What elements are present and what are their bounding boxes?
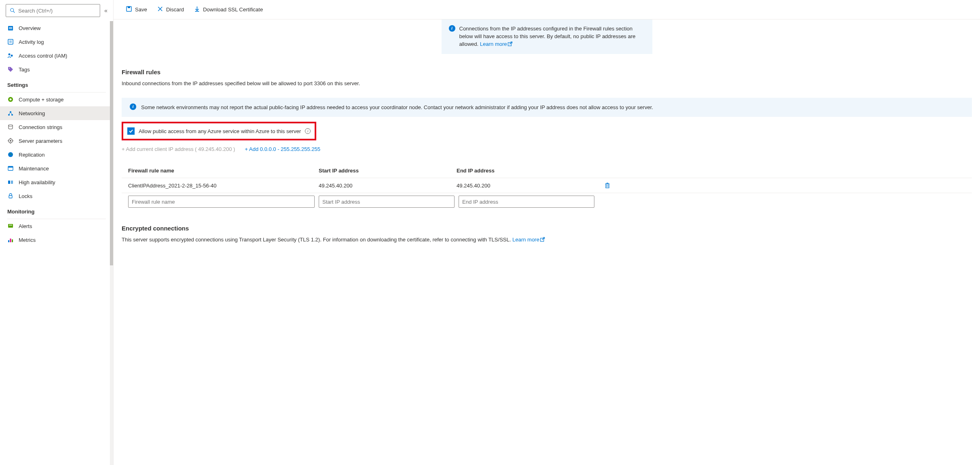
svg-rect-28 bbox=[8, 181, 10, 184]
gear-icon bbox=[7, 138, 14, 144]
sidebar-item-alerts[interactable]: Alerts bbox=[0, 219, 113, 233]
sidebar-item-server-parameters[interactable]: Server parameters bbox=[0, 134, 113, 148]
svg-point-20 bbox=[10, 140, 11, 142]
sidebar-item-label: Access control (IAM) bbox=[19, 53, 67, 59]
end-ip-input[interactable] bbox=[459, 196, 594, 208]
sidebar-item-label: Metrics bbox=[19, 237, 36, 243]
firewall-rules-title: Firewall rules bbox=[122, 69, 972, 75]
svg-rect-4 bbox=[9, 28, 12, 29]
svg-line-17 bbox=[11, 112, 12, 115]
add-current-ip-button[interactable]: + Add current client IP address ( 49.245… bbox=[122, 146, 235, 152]
svg-point-8 bbox=[9, 54, 11, 56]
col-rule-name: Firewall rule name bbox=[128, 168, 319, 174]
allow-azure-checkbox[interactable] bbox=[127, 127, 135, 135]
main-content: Save Discard Download SSL Certificate i … bbox=[114, 0, 980, 465]
svg-rect-29 bbox=[11, 181, 13, 184]
sidebar-item-overview[interactable]: Overview bbox=[0, 21, 113, 35]
metrics-icon bbox=[7, 237, 14, 243]
sidebar-nav: Overview Activity log Access control (IA… bbox=[0, 21, 113, 465]
delete-rule-button[interactable] bbox=[604, 182, 611, 189]
svg-rect-37 bbox=[128, 6, 130, 8]
svg-line-1 bbox=[13, 11, 15, 13]
collapse-sidebar-button[interactable]: « bbox=[104, 7, 107, 14]
close-icon bbox=[157, 6, 163, 13]
connection-strings-icon bbox=[7, 124, 14, 130]
sidebar-item-locks[interactable]: Locks bbox=[0, 189, 113, 203]
sidebar-item-maintenance[interactable]: Maintenance bbox=[0, 161, 113, 175]
search-icon bbox=[9, 7, 16, 14]
sidebar-item-compute-storage[interactable]: Compute + storage bbox=[0, 93, 113, 106]
table-row: ClientIPAddress_2021-2-28_15-56-40 49.24… bbox=[122, 178, 972, 193]
download-ssl-button[interactable]: Download SSL Certificate bbox=[190, 3, 267, 16]
discard-label: Discard bbox=[166, 6, 184, 13]
col-end-ip: End IP address bbox=[457, 168, 594, 174]
sidebar-item-high-availability[interactable]: High availability bbox=[0, 175, 113, 189]
svg-rect-34 bbox=[10, 239, 11, 242]
cell-start-ip: 49.245.40.200 bbox=[319, 183, 457, 189]
overview-icon bbox=[7, 25, 14, 31]
sidebar-item-label: Connection strings bbox=[19, 124, 62, 130]
download-label: Download SSL Certificate bbox=[203, 6, 263, 13]
external-link-icon bbox=[540, 237, 545, 242]
lock-icon bbox=[7, 193, 14, 199]
external-link-icon bbox=[508, 41, 513, 46]
content-area: i Connections from the IP addresses conf… bbox=[114, 19, 980, 465]
table-input-row bbox=[122, 193, 972, 210]
start-ip-input[interactable] bbox=[319, 196, 455, 208]
banner-text: Some network environments may not report… bbox=[141, 103, 653, 112]
download-icon bbox=[194, 6, 200, 13]
allow-azure-highlight: Allow public access from any Azure servi… bbox=[122, 122, 316, 140]
sidebar-item-access-control[interactable]: Access control (IAM) bbox=[0, 49, 113, 62]
maintenance-icon bbox=[7, 165, 14, 172]
networking-icon bbox=[7, 110, 14, 116]
svg-point-18 bbox=[9, 125, 13, 126]
cell-rule-name: ClientIPAddress_2021-2-28_15-56-40 bbox=[128, 183, 319, 189]
rule-name-input[interactable] bbox=[128, 196, 315, 208]
sidebar-item-tags[interactable]: Tags bbox=[0, 62, 113, 76]
sidebar-item-activity-log[interactable]: Activity log bbox=[0, 35, 113, 49]
toolbar: Save Discard Download SSL Certificate bbox=[114, 0, 980, 19]
sidebar-item-connection-strings[interactable]: Connection strings bbox=[0, 120, 113, 134]
cell-end-ip: 49.245.40.200 bbox=[457, 183, 594, 189]
access-control-icon bbox=[7, 52, 14, 59]
allow-azure-label: Allow public access from any Azure servi… bbox=[139, 128, 301, 134]
svg-rect-30 bbox=[9, 196, 12, 198]
learn-more-tls-link[interactable]: Learn more bbox=[513, 237, 545, 243]
sidebar-item-label: Compute + storage bbox=[19, 97, 64, 103]
activity-log-icon bbox=[7, 39, 14, 45]
sidebar-item-label: Activity log bbox=[19, 39, 44, 45]
save-button[interactable]: Save bbox=[122, 3, 151, 16]
svg-point-10 bbox=[9, 68, 10, 69]
svg-point-0 bbox=[11, 9, 14, 12]
svg-rect-31 bbox=[8, 224, 13, 228]
encrypted-connections-title: Encrypted connections bbox=[122, 225, 972, 232]
search-input[interactable] bbox=[18, 8, 96, 14]
sidebar-item-label: Alerts bbox=[19, 223, 32, 229]
sidebar-section-monitoring: Monitoring bbox=[0, 203, 113, 217]
svg-rect-5 bbox=[8, 39, 13, 44]
col-start-ip: Start IP address bbox=[319, 168, 457, 174]
svg-line-16 bbox=[9, 112, 11, 115]
search-box[interactable] bbox=[6, 4, 100, 17]
info-tooltip-icon[interactable]: i bbox=[305, 128, 311, 134]
discard-button[interactable]: Discard bbox=[153, 3, 188, 16]
scrollbar-thumb[interactable] bbox=[110, 21, 113, 265]
firewall-rules-desc: Inbound connections from the IP addresse… bbox=[122, 80, 972, 86]
sidebar-item-networking[interactable]: Networking bbox=[0, 106, 113, 120]
svg-rect-2 bbox=[8, 26, 13, 30]
sidebar-item-metrics[interactable]: Metrics bbox=[0, 233, 113, 247]
learn-more-link[interactable]: Learn more bbox=[480, 41, 513, 47]
svg-line-43 bbox=[510, 42, 512, 44]
sidebar-item-label: Networking bbox=[19, 110, 45, 116]
allow-azure-checkbox-row: Allow public access from any Azure servi… bbox=[127, 127, 311, 135]
banner-text: Connections from the IP addresses config… bbox=[459, 25, 645, 48]
info-icon: i bbox=[130, 103, 136, 110]
sidebar-item-replication[interactable]: Replication bbox=[0, 148, 113, 161]
save-label: Save bbox=[135, 6, 147, 13]
info-icon: i bbox=[449, 25, 455, 32]
svg-point-12 bbox=[10, 99, 12, 101]
alerts-icon bbox=[7, 223, 14, 229]
svg-point-9 bbox=[11, 55, 13, 57]
add-all-ip-button[interactable]: + Add 0.0.0.0 - 255.255.255.255 bbox=[245, 146, 320, 152]
sidebar-item-label: Tags bbox=[19, 67, 30, 73]
